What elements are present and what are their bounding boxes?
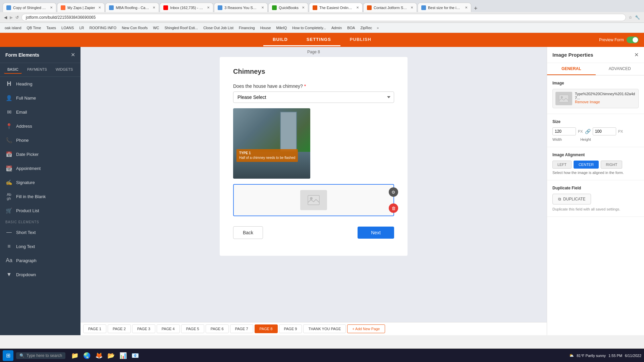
tab-quickbooks[interactable]: QuickBooks ✕ xyxy=(268,3,308,12)
reload-icon[interactable]: ↺ xyxy=(15,15,19,20)
tab-close-icon[interactable]: ✕ xyxy=(302,6,305,9)
back-button[interactable]: Back xyxy=(233,226,263,239)
bookmark-close-out[interactable]: Close Out Job List xyxy=(201,25,235,31)
tab-close-icon[interactable]: ✕ xyxy=(261,6,264,9)
page-tab-3[interactable]: PAGE 3 xyxy=(132,324,155,333)
element-dropdown[interactable]: ▼ Dropdown xyxy=(0,267,80,282)
element-phone[interactable]: 📞 Phone xyxy=(0,133,80,147)
align-left-button[interactable]: LEFT xyxy=(552,161,572,169)
bookmark-house[interactable]: House xyxy=(258,25,273,31)
field-delete-button[interactable]: 🗑 xyxy=(389,203,398,213)
svg-point-1 xyxy=(310,197,313,200)
bookmark-new-con[interactable]: New Con Roofs xyxy=(120,25,150,31)
element-long-text[interactable]: ≡ Long Text xyxy=(0,239,80,253)
bookmark-wc[interactable]: WC xyxy=(151,25,161,31)
tab-mba[interactable]: MBA Roofing - Calen... ✕ xyxy=(105,3,159,12)
link-dimensions-icon[interactable]: 🔗 xyxy=(585,129,591,134)
page-tab-5[interactable]: PAGE 5 xyxy=(181,324,204,333)
element-short-text[interactable]: — Short Text xyxy=(0,225,80,239)
page-tab-6[interactable]: PAGE 6 xyxy=(206,324,229,333)
tab-basic[interactable]: BASIC xyxy=(4,66,22,74)
tab-close-icon[interactable]: ✕ xyxy=(411,6,413,9)
page-tab-8[interactable]: PAGE 8 xyxy=(255,324,278,333)
bookmark-shingled[interactable]: Shingled Roof Esti... xyxy=(163,25,200,31)
right-tab-general[interactable]: GENERAL xyxy=(547,63,596,75)
bookmark-financing[interactable]: Financing xyxy=(237,25,257,31)
tab-zapier[interactable]: My Zaps | Zapier ✕ xyxy=(57,3,105,12)
preview-toggle[interactable] xyxy=(627,37,639,43)
next-button[interactable]: Next xyxy=(358,227,394,239)
more-bookmarks[interactable]: » xyxy=(377,26,379,30)
tab-inbox[interactable]: Inbox (162,735) - bran... ✕ xyxy=(160,3,213,12)
bookmarks-bar: oak island QB Time Taxes LOANS LR ROOFIN… xyxy=(0,23,644,33)
page-tab-4[interactable]: PAGE 4 xyxy=(157,324,180,333)
header-tab-build[interactable]: BUILD xyxy=(263,34,297,46)
tab-close-icon[interactable]: ✕ xyxy=(50,6,53,9)
page-tab-1[interactable]: PAGE 1 xyxy=(83,324,106,333)
align-right-button[interactable]: RIGHT xyxy=(601,161,622,169)
image-upload-field[interactable]: ⚙ 🗑 xyxy=(233,184,394,216)
tab-copy-shingle[interactable]: Copy of Shingled Roo... ✕ xyxy=(3,3,56,12)
tab-best-size[interactable]: Best size for the imag... ✕ xyxy=(418,3,471,12)
bookmark-oak-island[interactable]: oak island xyxy=(3,25,23,31)
image-bg: TYPE 1 Half of a chimney needs to be fla… xyxy=(233,108,310,179)
element-heading[interactable]: H Heading xyxy=(0,77,80,91)
back-nav-icon[interactable]: ◀ xyxy=(4,15,7,20)
form-nav-row: Back Next xyxy=(233,223,394,242)
bookmark-how-to[interactable]: How to Completely... xyxy=(290,25,328,31)
tab-close-icon[interactable]: ✕ xyxy=(465,6,468,9)
element-signature[interactable]: ✍ Signature xyxy=(0,175,80,189)
bookmark-loans[interactable]: LOANS xyxy=(59,25,76,31)
tab-reasons[interactable]: 3 Reasons You Shoul... ✕ xyxy=(214,3,268,12)
bookmark-star-icon[interactable]: ☆ xyxy=(629,15,632,20)
bookmark-mileiq[interactable]: MileIQ xyxy=(274,25,289,31)
element-address[interactable]: 📍 Address xyxy=(0,119,80,133)
header-tab-settings[interactable]: SETTINGS xyxy=(297,34,340,46)
page-tab-9[interactable]: PAGE 9 xyxy=(279,324,302,333)
element-fullname[interactable]: 👤 Full Name xyxy=(0,91,80,105)
tab-close-icon[interactable]: ✕ xyxy=(98,6,101,9)
new-tab-button[interactable]: + xyxy=(472,5,480,12)
tab-payments[interactable]: PAYMENTS xyxy=(24,66,50,74)
page-tab-thankyou[interactable]: THANK YOU PAGE xyxy=(303,324,346,333)
bookmark-lr[interactable]: LR xyxy=(77,25,86,31)
tab-close-icon[interactable]: ✕ xyxy=(207,6,210,9)
tab-contact[interactable]: Contact Jotform Supp... ✕ xyxy=(363,3,417,12)
element-email[interactable]: ✉ Email xyxy=(0,105,80,119)
forward-nav-icon[interactable]: ▶ xyxy=(10,15,13,20)
bookmark-qb-time[interactable]: QB Time xyxy=(25,25,43,31)
tab-widgets[interactable]: WIDGETS xyxy=(52,66,76,74)
element-fill-blank[interactable]: Abgh Fill in the Blank xyxy=(0,189,80,203)
page-tab-2[interactable]: PAGE 2 xyxy=(108,324,131,333)
tab-jotform[interactable]: The Easiest Online Fo... ✕ xyxy=(309,3,363,12)
close-panel-icon[interactable]: ✕ xyxy=(71,52,75,58)
element-datepicker[interactable]: 📅 Date Picker xyxy=(0,147,80,161)
extension-icon[interactable]: 🔧 xyxy=(635,15,640,20)
height-input[interactable] xyxy=(593,127,616,135)
width-input[interactable] xyxy=(552,127,576,135)
element-appointment[interactable]: 📆 Appointment xyxy=(0,161,80,175)
tab-close-icon[interactable]: ✕ xyxy=(153,6,155,9)
align-center-button[interactable]: CENTER xyxy=(574,161,599,169)
right-tab-advanced[interactable]: ADVANCED xyxy=(596,63,644,75)
alignment-title: Image Alignment xyxy=(552,153,639,157)
duplicate-button[interactable]: ⧉ DUPLICATE xyxy=(552,194,591,204)
page-tab-7[interactable]: PAGE 7 xyxy=(230,324,253,333)
remove-image-link[interactable]: Remove Image xyxy=(575,100,636,104)
bookmark-boa[interactable]: BOA xyxy=(345,25,357,31)
tab-label: QuickBooks xyxy=(279,6,299,10)
bookmark-ziprec[interactable]: ZipRec xyxy=(358,25,374,31)
close-right-panel-icon[interactable]: ✕ xyxy=(634,52,639,58)
chimney-select[interactable]: Please Select xyxy=(233,92,394,103)
tab-close-icon[interactable]: ✕ xyxy=(356,6,359,9)
bookmark-roofing-info[interactable]: ROOFING INFO xyxy=(87,25,118,31)
add-new-page-button[interactable]: + Add New Page xyxy=(347,324,385,333)
address-input[interactable]: jotform.com/build/22155938436690065 xyxy=(21,14,626,21)
element-product-list[interactable]: 🛒 Product List xyxy=(0,203,80,218)
duplicate-section: Duplicate Field ⧉ DUPLICATE Duplicate th… xyxy=(547,180,644,217)
field-gear-button[interactable]: ⚙ xyxy=(389,187,398,197)
bookmark-admin[interactable]: Admin xyxy=(329,25,344,31)
header-tab-publish[interactable]: PUBLISH xyxy=(340,34,381,46)
bookmark-taxes[interactable]: Taxes xyxy=(44,25,58,31)
element-paragraph[interactable]: Aa Paragraph xyxy=(0,253,80,267)
